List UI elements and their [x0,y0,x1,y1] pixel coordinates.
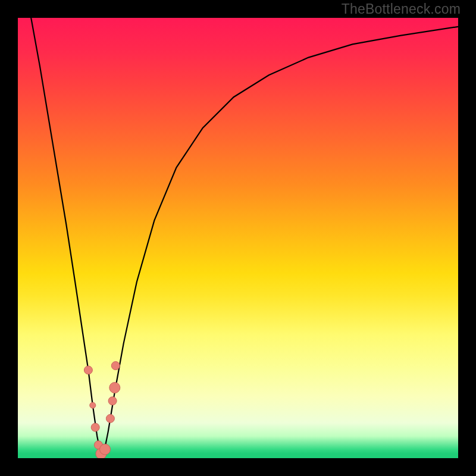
datapoint [108,397,117,405]
datapoint [109,383,120,393]
plot-area [18,18,458,458]
datapoint [91,423,99,431]
chart-frame: TheBottleneck.com [0,0,476,476]
datapoint [106,414,114,422]
datapoint [100,444,111,455]
chart-canvas [18,18,458,458]
datapoint [111,362,120,370]
bottleneck-curve [31,18,458,454]
site-watermark: TheBottleneck.com [342,1,461,17]
datapoint [84,366,92,374]
datapoint [90,402,96,408]
